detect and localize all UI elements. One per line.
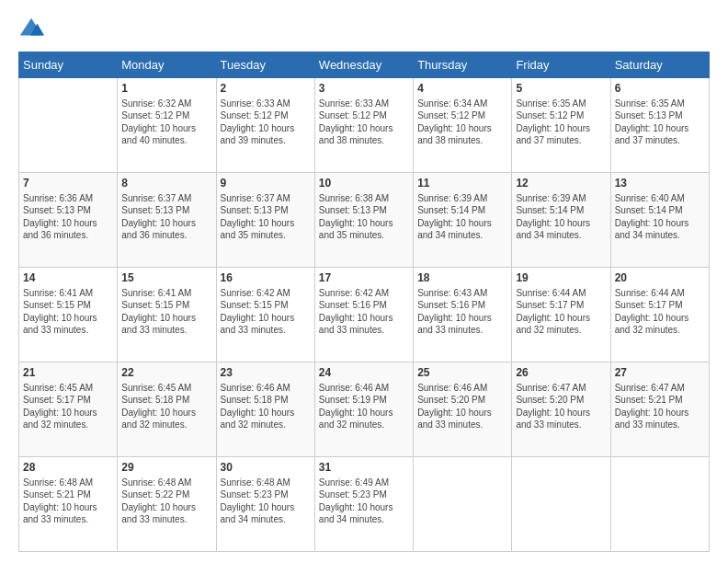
calendar-cell: 13Sunrise: 6:40 AMSunset: 5:14 PMDayligh… xyxy=(610,173,709,268)
calendar-cell: 25Sunrise: 6:46 AMSunset: 5:20 PMDayligh… xyxy=(414,362,512,457)
cell-info: Sunrise: 6:34 AMSunset: 5:12 PMDaylight:… xyxy=(417,98,507,147)
cell-info: Sunrise: 6:33 AMSunset: 5:12 PMDaylight:… xyxy=(221,98,311,147)
cell-info: Sunrise: 6:39 AMSunset: 5:14 PMDaylight:… xyxy=(417,192,507,242)
calendar-cell: 28Sunrise: 6:48 AMSunset: 5:21 PMDayligh… xyxy=(19,457,118,552)
cell-info: Sunrise: 6:46 AMSunset: 5:20 PMDaylight:… xyxy=(417,382,507,431)
cell-info: Sunrise: 6:45 AMSunset: 5:18 PMDaylight:… xyxy=(121,382,211,431)
calendar-cell: 5Sunrise: 6:35 AMSunset: 5:12 PMDaylight… xyxy=(512,78,610,173)
calendar-cell: 14Sunrise: 6:41 AMSunset: 5:15 PMDayligh… xyxy=(19,268,118,362)
week-row-1: 1Sunrise: 6:32 AMSunset: 5:12 PMDaylight… xyxy=(19,78,710,173)
cell-info: Sunrise: 6:37 AMSunset: 5:13 PMDaylight:… xyxy=(121,192,211,242)
cell-info: Sunrise: 6:44 AMSunset: 5:17 PMDaylight:… xyxy=(516,287,606,337)
calendar-cell: 21Sunrise: 6:45 AMSunset: 5:17 PMDayligh… xyxy=(19,362,118,457)
weekday-header-wednesday: Wednesday xyxy=(314,52,413,78)
cell-info: Sunrise: 6:46 AMSunset: 5:18 PMDaylight:… xyxy=(221,382,311,431)
weekday-header-thursday: Thursday xyxy=(414,52,512,78)
calendar-cell: 15Sunrise: 6:41 AMSunset: 5:15 PMDayligh… xyxy=(118,268,216,362)
day-number: 10 xyxy=(319,176,409,191)
day-number: 19 xyxy=(516,270,606,286)
day-number: 20 xyxy=(615,270,705,286)
calendar-cell: 31Sunrise: 6:49 AMSunset: 5:23 PMDayligh… xyxy=(314,457,413,552)
day-number: 21 xyxy=(23,365,113,381)
day-number: 14 xyxy=(23,270,113,286)
day-number: 11 xyxy=(417,176,507,191)
calendar-cell: 27Sunrise: 6:47 AMSunset: 5:21 PMDayligh… xyxy=(610,362,709,457)
calendar-cell xyxy=(19,78,118,173)
cell-info: Sunrise: 6:35 AMSunset: 5:12 PMDaylight:… xyxy=(516,98,606,147)
week-row-3: 14Sunrise: 6:41 AMSunset: 5:15 PMDayligh… xyxy=(19,268,710,362)
day-number: 2 xyxy=(221,81,311,97)
cell-info: Sunrise: 6:41 AMSunset: 5:15 PMDaylight:… xyxy=(23,287,113,337)
calendar-cell xyxy=(414,457,512,552)
weekday-header-row: SundayMondayTuesdayWednesdayThursdayFrid… xyxy=(19,52,710,78)
day-number: 16 xyxy=(221,270,311,286)
day-number: 7 xyxy=(23,176,113,191)
cell-info: Sunrise: 6:48 AMSunset: 5:22 PMDaylight:… xyxy=(121,477,211,526)
weekday-header-saturday: Saturday xyxy=(610,52,709,78)
week-row-5: 28Sunrise: 6:48 AMSunset: 5:21 PMDayligh… xyxy=(19,457,710,552)
header xyxy=(18,17,710,42)
cell-info: Sunrise: 6:47 AMSunset: 5:20 PMDaylight:… xyxy=(516,382,606,431)
cell-info: Sunrise: 6:40 AMSunset: 5:14 PMDaylight:… xyxy=(615,192,705,242)
day-number: 1 xyxy=(121,81,211,97)
cell-info: Sunrise: 6:46 AMSunset: 5:19 PMDaylight:… xyxy=(319,382,409,431)
cell-info: Sunrise: 6:47 AMSunset: 5:21 PMDaylight:… xyxy=(615,382,705,431)
calendar-cell xyxy=(610,457,709,552)
cell-info: Sunrise: 6:48 AMSunset: 5:21 PMDaylight:… xyxy=(23,477,113,526)
cell-info: Sunrise: 6:37 AMSunset: 5:13 PMDaylight:… xyxy=(221,192,311,242)
day-number: 15 xyxy=(121,270,211,286)
calendar-cell: 10Sunrise: 6:38 AMSunset: 5:13 PMDayligh… xyxy=(314,173,413,268)
calendar-table: SundayMondayTuesdayWednesdayThursdayFrid… xyxy=(18,52,710,552)
calendar-cell: 8Sunrise: 6:37 AMSunset: 5:13 PMDaylight… xyxy=(118,173,216,268)
logo xyxy=(18,17,48,42)
day-number: 17 xyxy=(319,270,409,286)
calendar-cell: 11Sunrise: 6:39 AMSunset: 5:14 PMDayligh… xyxy=(414,173,512,268)
calendar-cell: 29Sunrise: 6:48 AMSunset: 5:22 PMDayligh… xyxy=(118,457,216,552)
calendar-cell: 4Sunrise: 6:34 AMSunset: 5:12 PMDaylight… xyxy=(414,78,512,173)
cell-info: Sunrise: 6:48 AMSunset: 5:23 PMDaylight:… xyxy=(221,477,311,526)
day-number: 25 xyxy=(417,365,507,381)
weekday-header-tuesday: Tuesday xyxy=(216,52,314,78)
weekday-header-monday: Monday xyxy=(118,52,216,78)
day-number: 23 xyxy=(221,365,311,381)
calendar-cell: 7Sunrise: 6:36 AMSunset: 5:13 PMDaylight… xyxy=(19,173,118,268)
cell-info: Sunrise: 6:32 AMSunset: 5:12 PMDaylight:… xyxy=(121,98,211,147)
week-row-2: 7Sunrise: 6:36 AMSunset: 5:13 PMDaylight… xyxy=(19,173,710,268)
cell-info: Sunrise: 6:45 AMSunset: 5:17 PMDaylight:… xyxy=(23,382,113,431)
cell-info: Sunrise: 6:39 AMSunset: 5:14 PMDaylight:… xyxy=(516,192,606,242)
day-number: 18 xyxy=(417,270,507,286)
day-number: 9 xyxy=(221,176,311,191)
cell-info: Sunrise: 6:38 AMSunset: 5:13 PMDaylight:… xyxy=(319,192,409,242)
day-number: 12 xyxy=(516,176,606,191)
calendar-cell: 30Sunrise: 6:48 AMSunset: 5:23 PMDayligh… xyxy=(216,457,314,552)
calendar-cell: 3Sunrise: 6:33 AMSunset: 5:12 PMDaylight… xyxy=(314,78,413,173)
day-number: 28 xyxy=(23,460,113,476)
calendar-cell: 23Sunrise: 6:46 AMSunset: 5:18 PMDayligh… xyxy=(216,362,314,457)
cell-info: Sunrise: 6:43 AMSunset: 5:16 PMDaylight:… xyxy=(417,287,507,337)
day-number: 30 xyxy=(221,460,311,476)
cell-info: Sunrise: 6:49 AMSunset: 5:23 PMDaylight:… xyxy=(319,477,409,526)
calendar-cell: 2Sunrise: 6:33 AMSunset: 5:12 PMDaylight… xyxy=(216,78,314,173)
calendar-cell xyxy=(512,457,610,552)
cell-info: Sunrise: 6:33 AMSunset: 5:12 PMDaylight:… xyxy=(319,98,409,147)
calendar-cell: 6Sunrise: 6:35 AMSunset: 5:13 PMDaylight… xyxy=(610,78,709,173)
day-number: 27 xyxy=(615,365,705,381)
weekday-header-sunday: Sunday xyxy=(19,52,118,78)
logo-icon xyxy=(18,17,44,42)
calendar-cell: 12Sunrise: 6:39 AMSunset: 5:14 PMDayligh… xyxy=(512,173,610,268)
day-number: 4 xyxy=(417,81,507,97)
week-row-4: 21Sunrise: 6:45 AMSunset: 5:17 PMDayligh… xyxy=(19,362,710,457)
day-number: 26 xyxy=(516,365,606,381)
day-number: 24 xyxy=(319,365,409,381)
calendar-cell: 22Sunrise: 6:45 AMSunset: 5:18 PMDayligh… xyxy=(118,362,216,457)
day-number: 5 xyxy=(516,81,606,97)
cell-info: Sunrise: 6:41 AMSunset: 5:15 PMDaylight:… xyxy=(121,287,211,337)
calendar-cell: 17Sunrise: 6:42 AMSunset: 5:16 PMDayligh… xyxy=(314,268,413,362)
calendar-cell: 26Sunrise: 6:47 AMSunset: 5:20 PMDayligh… xyxy=(512,362,610,457)
page: SundayMondayTuesdayWednesdayThursdayFrid… xyxy=(0,0,728,563)
calendar-cell: 1Sunrise: 6:32 AMSunset: 5:12 PMDaylight… xyxy=(118,78,216,173)
day-number: 13 xyxy=(615,176,705,191)
day-number: 22 xyxy=(121,365,211,381)
cell-info: Sunrise: 6:42 AMSunset: 5:16 PMDaylight:… xyxy=(319,287,409,337)
cell-info: Sunrise: 6:44 AMSunset: 5:17 PMDaylight:… xyxy=(615,287,705,337)
